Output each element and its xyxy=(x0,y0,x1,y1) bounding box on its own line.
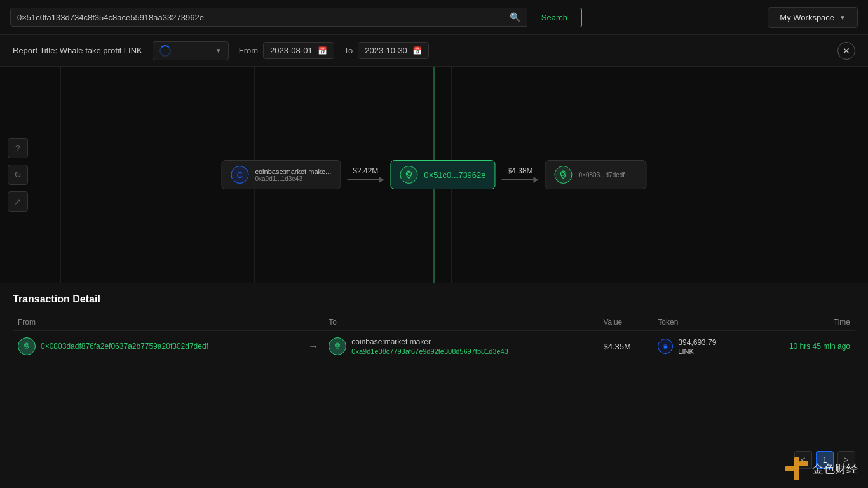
svg-point-1 xyxy=(562,173,565,176)
edge-left-value: $2.42M xyxy=(353,166,378,175)
token-icon: ◉ xyxy=(658,339,673,354)
report-bar: Report Title: Whale take profit LINK ▼ F… xyxy=(0,35,868,67)
table-row: 0×0803dadf876fa2ef0637a2b7759a20f302d7de… xyxy=(13,331,855,362)
direction-arrow: → xyxy=(303,331,323,362)
watermark: 金色财经 xyxy=(785,458,858,480)
node-icon-center xyxy=(400,166,417,184)
report-title-label: Report Title: Whale take profit LINK xyxy=(13,46,142,55)
grid-line-4 xyxy=(658,67,658,283)
col-token: Token xyxy=(653,314,752,331)
from-address[interactable]: 0×0803dadf876fa2ef0637a2b7759a20f302d7de… xyxy=(41,342,208,351)
to-info: coinbase:market maker 0xa9d1e08c7793af67… xyxy=(351,337,508,355)
node-text-center: 0×51c0...73962e xyxy=(424,170,485,180)
left-toolbar: ? ↻ ↗ xyxy=(8,138,28,212)
svg-rect-6 xyxy=(799,461,808,466)
svg-rect-4 xyxy=(785,466,794,471)
from-cell: 0×0803dadf876fa2ef0637a2b7759a20f302d7de… xyxy=(18,337,298,355)
token-cell: ◉ 394,693.79 LINK xyxy=(658,338,747,355)
chevron-down-icon: ▼ xyxy=(839,14,846,21)
token-info: 394,693.79 LINK xyxy=(678,338,716,355)
search-icon: 🔍 xyxy=(510,12,520,22)
col-time: Time xyxy=(752,314,855,331)
flow-arrow-left: $2.42M xyxy=(341,166,390,183)
node-text-right: 0×0803...d7dedf xyxy=(579,172,625,179)
token-amount: 394,693.79 xyxy=(678,338,716,347)
refresh-icon[interactable]: ↻ xyxy=(8,165,28,185)
report-dropdown[interactable]: ▼ xyxy=(153,41,229,60)
search-input-wrap[interactable]: 🔍 xyxy=(10,8,527,27)
to-address[interactable]: 0xa9d1e08c7793af67e9d92fe308d5697fb81d3e… xyxy=(351,348,508,355)
to-avatar xyxy=(329,337,346,355)
transaction-title: Transaction Detail xyxy=(13,294,855,305)
node-name-left: coinbase:market make... xyxy=(255,168,331,175)
search-button[interactable]: Search xyxy=(527,8,582,27)
svg-point-0 xyxy=(407,173,410,176)
flow-node-left[interactable]: C coinbase:market make... 0xa9d1...1d3e4… xyxy=(221,160,341,189)
date-to-section: To 2023-10-30 📅 xyxy=(344,42,429,59)
to-label: To xyxy=(344,46,353,55)
to-date-value: 2023-10-30 xyxy=(365,46,407,55)
watermark-text: 金色财经 xyxy=(812,461,858,477)
to-date-input[interactable]: 2023-10-30 📅 xyxy=(358,42,429,59)
arrow-line-left xyxy=(347,177,384,183)
node-addr-center: 0×51c0...73962e xyxy=(424,170,485,180)
flow-node-center[interactable]: 0×51c0...73962e xyxy=(390,160,495,189)
to-cell: coinbase:market maker 0xa9d1e08c7793af67… xyxy=(329,337,593,355)
node-addr-right: 0×0803...d7dedf xyxy=(579,172,625,179)
arrow-shaft-left xyxy=(347,179,379,180)
arrow-line-right xyxy=(502,177,539,183)
flow-container: C coinbase:market make... 0xa9d1...1d3e4… xyxy=(221,160,646,189)
close-button[interactable]: ✕ xyxy=(837,42,855,60)
help-icon[interactable]: ? xyxy=(8,138,28,158)
node-addr-left: 0xa9d1...1d3e43 xyxy=(255,175,331,182)
watermark-logo-icon xyxy=(785,458,808,480)
search-input[interactable] xyxy=(17,13,506,22)
svg-point-3 xyxy=(336,344,339,347)
svg-rect-5 xyxy=(794,458,799,480)
transaction-detail: Transaction Detail From To Value Token T… xyxy=(0,283,868,488)
workspace-button[interactable]: My Workspace ▼ xyxy=(768,7,858,28)
transaction-table: From To Value Token Time 0×0803dadf876fa… xyxy=(13,314,855,362)
from-date-input[interactable]: 2023-08-01 📅 xyxy=(263,42,334,59)
node-text-left: coinbase:market make... 0xa9d1...1d3e43 xyxy=(255,168,331,182)
col-value: Value xyxy=(598,314,653,331)
arrow-head-left xyxy=(379,177,384,183)
dropdown-arrow-icon: ▼ xyxy=(215,47,222,54)
from-label: From xyxy=(239,46,258,55)
col-to: To xyxy=(323,314,598,331)
to-name: coinbase:market maker xyxy=(351,337,508,346)
calendar-icon-to: 📅 xyxy=(412,46,422,55)
from-date-value: 2023-08-01 xyxy=(270,46,313,55)
flow-node-right[interactable]: 0×0803...d7dedf xyxy=(545,160,647,189)
loading-spinner xyxy=(159,45,171,57)
workspace-label: My Workspace xyxy=(780,13,834,22)
calendar-icon-from: 📅 xyxy=(318,46,327,55)
edge-right-value: $4.38M xyxy=(508,166,533,175)
grid-line-1 xyxy=(60,67,61,283)
svg-point-2 xyxy=(25,344,28,347)
date-from-section: From 2023-08-01 📅 xyxy=(239,42,334,59)
top-bar: 🔍 Search My Workspace ▼ xyxy=(0,0,868,35)
search-container: 🔍 Search xyxy=(10,8,582,27)
col-from: From xyxy=(13,314,303,331)
node-icon-left: C xyxy=(231,166,248,184)
from-avatar xyxy=(18,337,36,355)
time-cell: 10 hrs 45 min ago xyxy=(752,331,855,362)
chart-icon[interactable]: ↗ xyxy=(8,191,28,212)
value-cell: $4.35M xyxy=(598,331,653,362)
graph-area: ? ↻ ↗ C coinbase:market make... 0xa9d1..… xyxy=(0,67,868,283)
arrow-shaft-right xyxy=(502,179,534,180)
node-icon-right xyxy=(555,166,573,184)
flow-arrow-right: $4.38M xyxy=(496,166,545,183)
token-name: LINK xyxy=(678,348,716,355)
arrow-head-right xyxy=(534,177,539,183)
